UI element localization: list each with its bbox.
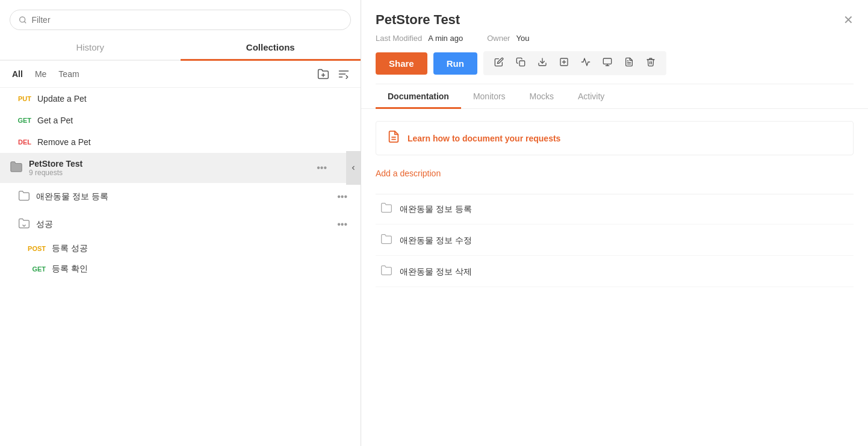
svg-rect-12 xyxy=(603,58,611,64)
folder-list: 애완동물 정보 등록 애완동물 정보 수정 애완동물 정보 삭제 xyxy=(376,194,854,287)
method-badge-del: DEL xyxy=(10,138,31,146)
svg-rect-7 xyxy=(519,61,525,66)
tab-history[interactable]: History xyxy=(0,35,181,60)
last-modified-label: Last Modified xyxy=(376,34,422,43)
mock-button[interactable] xyxy=(598,55,617,72)
content-tabs: Documentation Monitors Mocks Activity xyxy=(376,84,854,108)
doc-promo-banner: Learn how to document your requests xyxy=(376,121,854,155)
folder-icon-3 xyxy=(380,264,392,279)
collections-list: PUT Update a Pet GET Get a Pet DEL Remov… xyxy=(0,88,361,446)
filter-all[interactable]: All xyxy=(10,68,25,80)
tab-monitors[interactable]: Monitors xyxy=(461,84,518,108)
filter-actions xyxy=(316,67,351,81)
subfolder-item-2[interactable]: 성공 ••• xyxy=(0,211,361,238)
subfolder-more-2[interactable]: ••• xyxy=(333,217,351,232)
collection-item-petstore[interactable]: PetStore Test 9 requests ••• xyxy=(0,153,361,183)
folder-list-label-1: 애완동물 정보 등록 xyxy=(400,204,472,215)
filter-team[interactable]: Team xyxy=(56,68,81,80)
right-panel: PetStore Test ✕ Last Modified A min ago … xyxy=(361,0,868,446)
collection-title: PetStore Test xyxy=(376,12,460,28)
sub-method-item-post[interactable]: POST 등록 성공 xyxy=(0,238,361,259)
search-input[interactable] xyxy=(31,15,342,25)
monitor-button[interactable] xyxy=(576,55,595,72)
collection-info: PetStore Test 9 requests xyxy=(29,159,307,177)
tab-documentation[interactable]: Documentation xyxy=(376,84,461,108)
download-button[interactable] xyxy=(533,55,552,72)
right-header: PetStore Test ✕ Last Modified A min ago … xyxy=(361,0,868,109)
sort-button[interactable] xyxy=(336,67,351,81)
subfolder-more-1[interactable]: ••• xyxy=(333,189,351,205)
folder-icon xyxy=(10,160,23,176)
toolbar-icons xyxy=(483,51,666,75)
left-panel: History Collections All Me Team xyxy=(0,0,361,446)
edit-button[interactable] xyxy=(489,55,509,72)
subfolder-label-2: 성공 xyxy=(36,219,53,230)
delete-button[interactable] xyxy=(641,55,660,72)
docs-button[interactable] xyxy=(619,55,639,72)
folder-list-label-3: 애완동물 정보 삭제 xyxy=(400,267,472,277)
run-button[interactable]: Run xyxy=(433,52,477,75)
folder-icon-open xyxy=(18,217,30,232)
item-label: Remove a Pet xyxy=(37,137,91,147)
subfolder-label-1: 애완동물 정보 등록 xyxy=(36,191,108,202)
item-label-get2: 등록 확인 xyxy=(52,264,88,274)
filter-row: All Me Team xyxy=(0,61,361,88)
collection-more-button[interactable]: ••• xyxy=(313,160,330,176)
meta-last-modified: Last Modified A min ago xyxy=(376,34,463,43)
list-item[interactable]: GET Get a Pet xyxy=(0,110,361,131)
right-body: Learn how to document your requests Add … xyxy=(361,109,868,446)
add-request-button[interactable] xyxy=(554,55,574,72)
action-row: Share Run xyxy=(376,51,854,75)
owner-value: You xyxy=(516,34,529,43)
collection-name: PetStore Test xyxy=(29,159,307,169)
method-badge-get2: GET xyxy=(24,265,46,273)
folder-list-item-3[interactable]: 애완동물 정보 삭제 xyxy=(376,257,854,287)
add-description-link[interactable]: Add a description xyxy=(376,165,854,182)
new-folder-button[interactable] xyxy=(316,67,330,81)
doc-icon xyxy=(387,130,400,146)
item-label: Get a Pet xyxy=(37,116,73,125)
folder-icon-2 xyxy=(380,233,392,248)
folder-icon xyxy=(18,190,30,205)
list-item[interactable]: DEL Remove a Pet xyxy=(0,131,361,153)
svg-line-1 xyxy=(24,22,25,23)
title-row: PetStore Test ✕ xyxy=(376,12,854,28)
method-badge-get: GET xyxy=(10,117,31,124)
item-label: Update a Pet xyxy=(37,94,87,104)
method-badge-put: PUT xyxy=(10,95,31,102)
doc-promo-link[interactable]: Learn how to document your requests xyxy=(408,134,560,143)
tab-activity[interactable]: Activity xyxy=(566,84,616,108)
search-icon xyxy=(19,16,26,24)
filter-me[interactable]: Me xyxy=(33,68,49,80)
subfolder-item-1[interactable]: 애완동물 정보 등록 ••• xyxy=(0,183,361,211)
method-badge-post: POST xyxy=(24,245,46,252)
collapse-button[interactable] xyxy=(346,151,361,185)
search-bar xyxy=(0,0,361,30)
close-button[interactable]: ✕ xyxy=(843,13,854,27)
folder-list-item-1[interactable]: 애완동물 정보 등록 xyxy=(376,194,854,225)
item-label-post: 등록 성공 xyxy=(52,243,88,254)
last-modified-value: A min ago xyxy=(428,34,463,43)
tab-mocks[interactable]: Mocks xyxy=(518,84,566,108)
copy-button[interactable] xyxy=(511,55,530,72)
meta-row: Last Modified A min ago Owner You xyxy=(376,34,854,43)
share-button[interactable]: Share xyxy=(376,52,427,75)
search-wrapper xyxy=(10,10,351,30)
main-tabs: History Collections xyxy=(0,35,361,61)
collection-sub: 9 requests xyxy=(29,169,307,177)
owner-label: Owner xyxy=(487,34,510,43)
folder-icon-1 xyxy=(380,202,392,217)
meta-owner: Owner You xyxy=(487,34,529,43)
list-item[interactable]: PUT Update a Pet xyxy=(0,88,361,110)
folder-list-label-2: 애완동물 정보 수정 xyxy=(400,235,472,246)
tab-collections[interactable]: Collections xyxy=(181,35,361,60)
folder-list-item-2[interactable]: 애완동물 정보 수정 xyxy=(376,226,854,256)
sub-method-item-get2[interactable]: GET 등록 확인 xyxy=(0,259,361,279)
